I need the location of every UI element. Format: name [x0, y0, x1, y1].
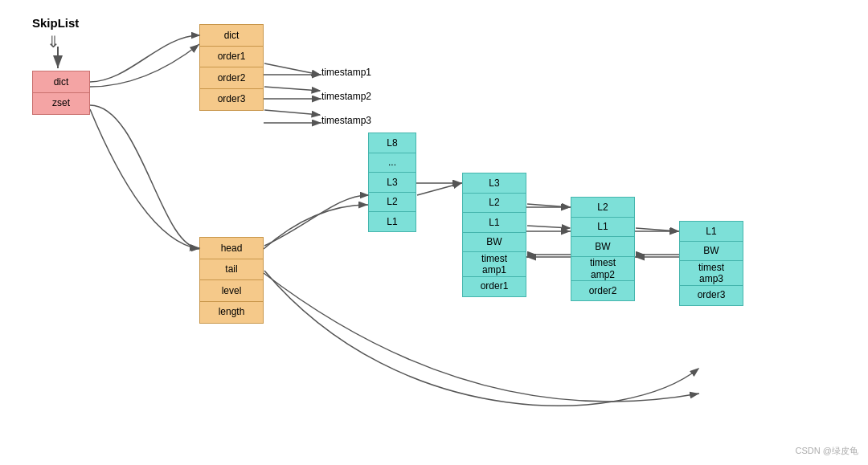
svg-line-15	[264, 87, 320, 91]
node2-L1: L1	[571, 217, 635, 238]
zset-box: head tail level length	[199, 237, 264, 324]
skiplist-cell-dict: dict	[32, 71, 90, 93]
node1: L3 L2 L1 BW timestamp1 order1	[462, 173, 526, 297]
node1-order: order1	[462, 276, 526, 297]
node3-BW: BW	[679, 241, 743, 262]
zset-cell-head: head	[199, 237, 264, 259]
svg-line-17	[417, 183, 461, 195]
header-L1: L1	[368, 211, 416, 232]
node1-L3: L3	[462, 173, 526, 194]
timestamp3-label: timestamp3	[321, 115, 371, 126]
header-dots: ...	[368, 153, 416, 173]
skiplist-box: dict zset	[32, 71, 90, 115]
node3: L1 BW timestamp3 order3	[679, 221, 743, 306]
node2-BW: BW	[571, 236, 635, 257]
node1-timestamp: timestamp1	[462, 251, 526, 277]
watermark: CSDN @绿皮龟	[796, 445, 858, 457]
svg-line-16	[264, 110, 320, 115]
skiplist-label: SkipList	[32, 16, 79, 30]
svg-line-18	[527, 204, 570, 207]
node3-order: order3	[679, 285, 743, 306]
zset-cell-tail: tail	[199, 259, 264, 281]
header-L2: L2	[368, 192, 416, 213]
node2: L2 L1 BW timestamp2 order2	[571, 197, 635, 301]
node3-timestamp: timestamp3	[679, 260, 743, 286]
dict-cell-order2: order2	[199, 67, 264, 89]
skiplist-down-arrow: ⇓	[47, 32, 60, 51]
node1-L2: L2	[462, 193, 526, 214]
timestamp1-label: timestamp1	[321, 67, 371, 78]
header-L8: L8	[368, 133, 416, 153]
diagram-container: SkipList ⇓ dict zset dict order1 order2 …	[0, 0, 868, 465]
node2-order: order2	[571, 280, 635, 301]
svg-line-20	[636, 228, 678, 231]
node1-L1: L1	[462, 212, 526, 233]
node1-BW: BW	[462, 232, 526, 253]
node3-L1: L1	[679, 221, 743, 242]
zset-cell-length: length	[199, 301, 264, 324]
zset-cell-level: level	[199, 279, 264, 302]
header-node: L8 ... L3 L2 L1	[368, 133, 416, 232]
timestamp2-label: timestamp2	[321, 91, 371, 102]
svg-line-19	[527, 226, 570, 228]
dict-cell-order1: order1	[199, 46, 264, 68]
dict-cell-dict: dict	[199, 24, 264, 47]
node2-L2: L2	[571, 197, 635, 218]
header-L3: L3	[368, 172, 416, 193]
node2-timestamp: timestamp2	[571, 256, 635, 282]
dict-box: dict order1 order2 order3	[199, 24, 264, 111]
dict-cell-order3: order3	[199, 88, 264, 111]
svg-line-14	[264, 63, 320, 75]
skiplist-cell-zset: zset	[32, 92, 90, 115]
